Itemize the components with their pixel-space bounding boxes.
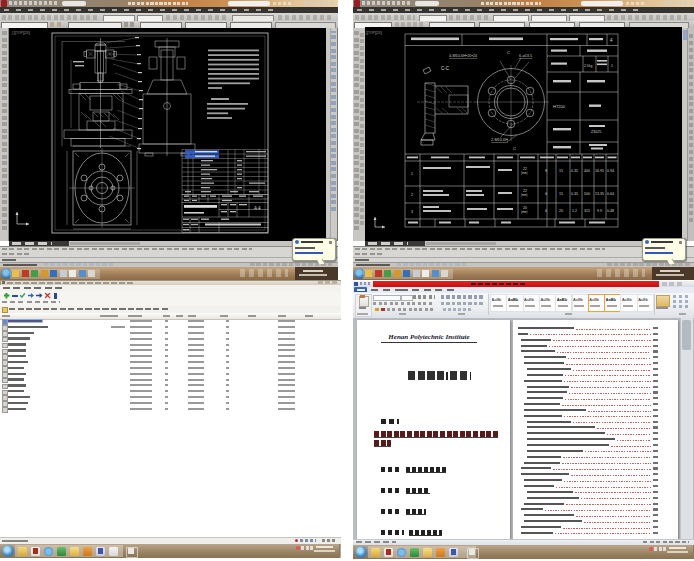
svg-text:6: 6 bbox=[545, 192, 547, 196]
svg-text:2.5kg: 2.5kg bbox=[584, 64, 592, 68]
svg-text:0.94: 0.94 bbox=[607, 169, 614, 173]
svg-text:2-M10-6H: 2-M10-6H bbox=[491, 138, 508, 142]
svg-text:400: 400 bbox=[584, 169, 590, 173]
svg-text:3: 3 bbox=[411, 210, 413, 214]
svg-text:(mm): (mm) bbox=[521, 210, 528, 214]
svg-text:2: 2 bbox=[411, 193, 413, 197]
svg-text:C: C bbox=[513, 146, 516, 151]
svg-text:(mm): (mm) bbox=[521, 171, 528, 175]
svg-text:C-C: C-C bbox=[441, 66, 450, 71]
svg-text:[-][TOP][2D]: [-][TOP][2D] bbox=[12, 31, 30, 35]
svg-text:500: 500 bbox=[584, 192, 590, 196]
svg-text:0.48: 0.48 bbox=[607, 209, 614, 213]
svg-text:16.95: 16.95 bbox=[595, 169, 604, 173]
svg-text:C: C bbox=[507, 50, 510, 55]
svg-text:13.35: 13.35 bbox=[595, 192, 604, 196]
svg-text:6-ø13.5: 6-ø13.5 bbox=[519, 54, 532, 58]
svg-text:0.35: 0.35 bbox=[571, 169, 578, 173]
svg-text:HT200: HT200 bbox=[553, 104, 566, 109]
svg-text:20: 20 bbox=[559, 209, 563, 213]
svg-text:315: 315 bbox=[584, 209, 590, 213]
svg-text:0.35: 0.35 bbox=[571, 192, 578, 196]
svg-text:0.64: 0.64 bbox=[607, 192, 614, 196]
svg-text:A 4: A 4 bbox=[254, 206, 261, 211]
svg-text:[-][TOP][2D]: [-][TOP][2D] bbox=[365, 31, 382, 35]
svg-text:1: 1 bbox=[611, 64, 613, 68]
svg-text:15: 15 bbox=[559, 192, 563, 196]
svg-text:1: 1 bbox=[411, 172, 413, 176]
svg-text:6: 6 bbox=[545, 209, 547, 213]
svg-text:(mm): (mm) bbox=[521, 193, 528, 197]
svg-text:Z3025: Z3025 bbox=[591, 130, 601, 134]
svg-text:9.9: 9.9 bbox=[597, 209, 602, 213]
svg-text:1.2: 1.2 bbox=[572, 209, 577, 213]
svg-text:8: 8 bbox=[545, 169, 547, 173]
svg-text:15: 15 bbox=[559, 169, 563, 173]
svg-text:4-M10-6H•20•24: 4-M10-6H•20•24 bbox=[449, 54, 477, 58]
